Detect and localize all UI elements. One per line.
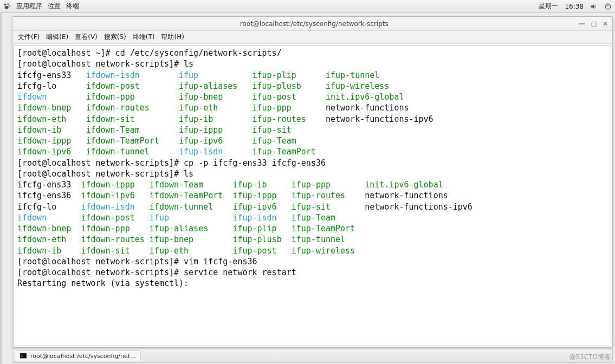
- window-title: root@localhost:/etc/sysconfig/network-sc…: [240, 20, 389, 28]
- window-titlebar[interactable]: root@localhost:/etc/sysconfig/network-sc…: [12, 17, 612, 31]
- svg-point-2: [9, 5, 10, 6]
- svg-point-1: [7, 3, 9, 5]
- power-icon[interactable]: [604, 3, 612, 10]
- watermark: @51CTO博客: [569, 353, 611, 362]
- taskbar-item-label: root@localhost:/etc/sysconfig/net...: [30, 353, 136, 360]
- volume-icon[interactable]: [590, 3, 598, 10]
- minimize-button[interactable]: —: [579, 20, 586, 28]
- taskbar-terminal-item[interactable]: root@localhost:/etc/sysconfig/net...: [15, 350, 141, 361]
- menu-terminal[interactable]: 终端: [66, 2, 79, 11]
- svg-point-3: [5, 5, 9, 9]
- terminal-window: root@localhost:/etc/sysconfig/network-sc…: [12, 16, 613, 348]
- panel-day: 星期一: [539, 2, 558, 11]
- menu-help[interactable]: 帮助(H): [159, 31, 186, 43]
- bottom-panel: root@localhost:/etc/sysconfig/net...: [12, 349, 613, 363]
- menu-edit[interactable]: 编辑(E): [44, 31, 70, 43]
- menu-places[interactable]: 位置: [48, 2, 61, 11]
- desktop: root@localhost:/etc/sysconfig/network-sc…: [0, 13, 615, 364]
- svg-rect-7: [21, 354, 27, 358]
- window-menubar: 文件(F) 编辑(E) 查看(V) 搜索(S) 终端(T) 帮助(H): [12, 31, 612, 44]
- menu-view[interactable]: 查看(V): [73, 31, 100, 43]
- terminal-output[interactable]: [root@localhost ~]# cd /etc/sysconfig/ne…: [14, 45, 611, 346]
- svg-point-0: [4, 3, 7, 5]
- menu-file[interactable]: 文件(F): [16, 31, 42, 43]
- menu-applications[interactable]: 应用程序: [16, 2, 42, 11]
- close-button[interactable]: ✕: [603, 20, 608, 28]
- maximize-button[interactable]: ▢: [591, 20, 597, 28]
- top-panel: 应用程序 位置 终端 星期一 16:38: [0, 0, 615, 13]
- activities-icon[interactable]: [3, 3, 11, 10]
- menu-terminal-win[interactable]: 终端(T): [131, 31, 157, 43]
- menu-search[interactable]: 搜索(S): [102, 31, 128, 43]
- panel-time: 16:38: [565, 3, 584, 10]
